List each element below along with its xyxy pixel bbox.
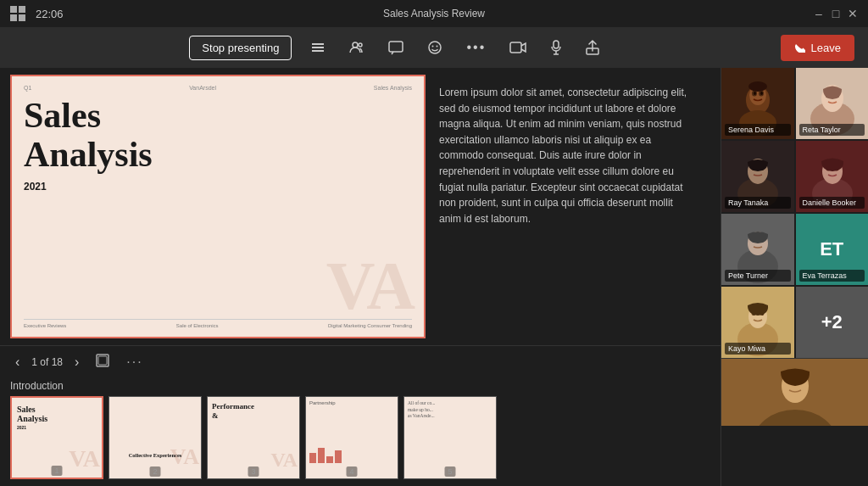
participant-name-reta: Reta Taylor bbox=[799, 124, 865, 136]
leave-button[interactable]: Leave bbox=[781, 35, 854, 61]
svg-rect-1 bbox=[312, 47, 324, 48]
mic-button[interactable] bbox=[545, 36, 567, 59]
participant-tile-eva[interactable]: ET Eva Terrazas bbox=[796, 214, 869, 285]
grid-icon bbox=[10, 6, 25, 21]
participant-tile-reta[interactable]: Reta Taylor bbox=[796, 68, 869, 139]
footer-left: Executive Reviews bbox=[24, 323, 66, 328]
thumb-5-number: 5 bbox=[444, 466, 455, 477]
titlebar: 22:06 Sales Analysis Review – □ ✕ bbox=[0, 0, 868, 27]
window-title: Sales Analysis Review bbox=[383, 8, 485, 20]
navigation-bar: ‹ 1 of 18 › ··· bbox=[0, 345, 721, 377]
bottom-speaker-svg bbox=[721, 359, 868, 426]
participant-tile-pete[interactable]: Pete Turner bbox=[721, 214, 794, 285]
participant-tile-serena[interactable]: Serena Davis bbox=[721, 68, 794, 139]
thumb-3-watermark: VA bbox=[270, 450, 298, 470]
thumbnail-4[interactable]: Partnership 4 bbox=[305, 396, 398, 479]
svg-rect-9 bbox=[510, 42, 521, 53]
participant-name-kayo: Kayo Miwa bbox=[725, 343, 791, 355]
eva-initials: ET bbox=[820, 238, 843, 260]
main-slide[interactable]: Q1 VanArsdel Sales Analysis Sales Analys… bbox=[10, 75, 426, 338]
thumb-1-content: SalesAnalysis 2021 VA bbox=[12, 398, 102, 472]
presentation-area: Q1 VanArsdel Sales Analysis Sales Analys… bbox=[0, 68, 721, 486]
thumb-2-number: 2 bbox=[149, 466, 160, 477]
participant-name-pete: Pete Turner bbox=[725, 270, 791, 282]
footer-right: Digital Marketing Consumer Trending bbox=[328, 323, 412, 328]
slide-content: Q1 VanArsdel Sales Analysis Sales Analys… bbox=[12, 76, 424, 337]
toolbar-right: Leave bbox=[781, 35, 854, 61]
list-icon bbox=[310, 40, 326, 55]
reactions-icon bbox=[427, 40, 442, 55]
toolbar: Stop presenting bbox=[0, 27, 868, 68]
more-options-button[interactable]: ••• bbox=[461, 36, 491, 59]
thumbnail-5[interactable]: All of our co...make up ho...as VanArsde… bbox=[403, 396, 497, 479]
titlebar-left: 22:06 bbox=[10, 6, 64, 21]
chat-button[interactable] bbox=[383, 36, 409, 59]
participant-tile-plus[interactable]: +2 bbox=[796, 287, 869, 358]
participant-tile-ray[interactable]: Ray Tanaka bbox=[721, 141, 794, 212]
people-button[interactable] bbox=[344, 36, 370, 59]
slide-year: 2021 bbox=[24, 181, 412, 193]
participant-name-serena: Serena Davis bbox=[725, 124, 791, 136]
maximize-button[interactable]: □ bbox=[831, 8, 841, 19]
thumbnail-1[interactable]: SalesAnalysis 2021 VA 1 bbox=[10, 396, 103, 479]
svg-rect-2 bbox=[312, 50, 324, 52]
participant-name-ray: Ray Tanaka bbox=[725, 197, 791, 209]
thumbnail-3[interactable]: Performance& VA 3 bbox=[207, 396, 300, 479]
slide-title: Sales Analysis bbox=[24, 96, 412, 174]
participant-video-plus: +2 bbox=[796, 287, 869, 358]
camera-icon bbox=[509, 41, 526, 54]
thumb-1-year: 2021 bbox=[12, 423, 102, 432]
participant-tile-kayo[interactable]: Kayo Miwa bbox=[721, 287, 794, 358]
thumb-5-title: All of our co...make up ho...as VanArsde… bbox=[404, 397, 496, 420]
svg-point-8 bbox=[437, 46, 438, 47]
svg-rect-0 bbox=[312, 43, 324, 45]
svg-point-22 bbox=[754, 92, 756, 95]
reactions-button[interactable] bbox=[422, 36, 448, 59]
slide-footer: Executive Reviews Sale of Electronics Di… bbox=[24, 319, 412, 328]
participant-tile-danielle[interactable]: Danielle Booker bbox=[796, 141, 869, 212]
thumb-1-number: 1 bbox=[51, 466, 62, 476]
thumb-4-bars bbox=[309, 446, 394, 463]
thumb-4-label: Partnership bbox=[306, 397, 398, 405]
thumb-4-number: 4 bbox=[346, 466, 357, 477]
thumb-3-content: Performance& VA bbox=[208, 397, 299, 472]
participant-name-danielle: Danielle Booker bbox=[799, 197, 865, 209]
participant-grid: Serena Davis bbox=[721, 68, 868, 358]
plus-count: +2 bbox=[821, 311, 843, 333]
svg-point-6 bbox=[429, 42, 441, 53]
bottom-speaker-bg bbox=[721, 359, 868, 426]
share-button[interactable] bbox=[581, 36, 604, 59]
participants-panel: Serena Davis bbox=[721, 68, 868, 486]
camera-button[interactable] bbox=[504, 37, 531, 58]
thumb-2-content: VA Collective Experiences bbox=[109, 397, 201, 472]
svg-rect-10 bbox=[554, 41, 559, 48]
stop-presenting-button[interactable]: Stop presenting bbox=[189, 36, 292, 60]
bottom-speaker-tile[interactable] bbox=[721, 358, 868, 426]
close-button[interactable]: ✕ bbox=[848, 8, 858, 19]
more-nav-button[interactable]: ··· bbox=[121, 353, 147, 371]
next-slide-button[interactable]: › bbox=[70, 353, 84, 371]
slide-brand: VanArsdel bbox=[189, 85, 216, 91]
slide-quarter: Q1 bbox=[24, 85, 31, 91]
participants-list-button[interactable] bbox=[305, 36, 331, 59]
minimize-button[interactable]: – bbox=[814, 8, 824, 19]
section-label: Introduction bbox=[0, 377, 721, 393]
slide-view: Q1 VanArsdel Sales Analysis Sales Analys… bbox=[0, 68, 721, 345]
thumbnail-2[interactable]: VA Collective Experiences 2 bbox=[108, 396, 202, 479]
thumb-4-content: Partnership bbox=[306, 397, 398, 472]
thumb-1-watermark: VA bbox=[69, 447, 100, 471]
participant-name-eva: Eva Terrazas bbox=[799, 270, 865, 282]
leave-label: Leave bbox=[811, 42, 841, 54]
people-icon bbox=[349, 40, 364, 55]
clock: 22:06 bbox=[36, 8, 64, 20]
fit-slide-button[interactable] bbox=[91, 352, 114, 371]
svg-point-7 bbox=[432, 46, 434, 47]
slide-label: Sales Analysis bbox=[374, 85, 412, 91]
svg-point-24 bbox=[748, 81, 767, 92]
thumb-3-title: Performance& bbox=[208, 397, 299, 421]
phone-icon bbox=[794, 42, 806, 53]
fit-icon bbox=[96, 354, 109, 367]
prev-slide-button[interactable]: ‹ bbox=[10, 353, 25, 371]
slide-notes: Lorem ipsum dolor sit amet, consectetur … bbox=[426, 75, 710, 338]
svg-point-4 bbox=[359, 43, 362, 47]
